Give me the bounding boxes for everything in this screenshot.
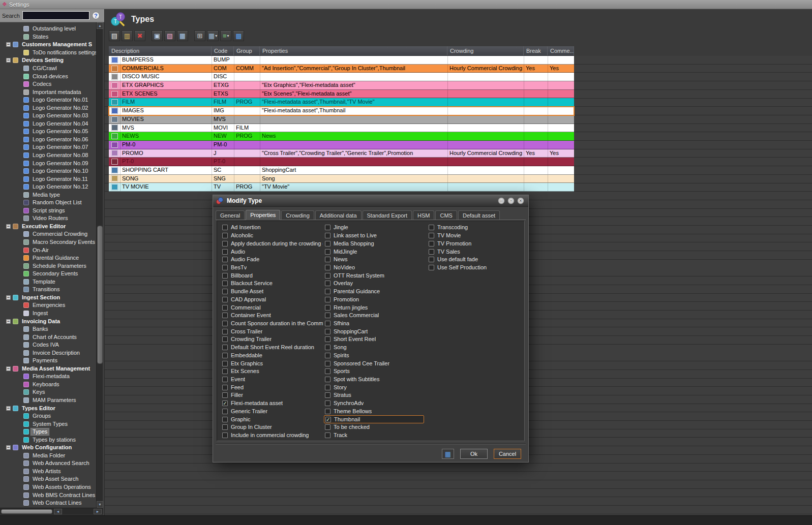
checkbox-story[interactable]: Story — [324, 383, 426, 391]
sidebar-item-logo-generator-no-02[interactable]: Logo Generator No.02 — [0, 104, 96, 112]
checkbox-icon[interactable] — [222, 281, 228, 286]
checkbox-icon[interactable] — [222, 385, 228, 390]
checkbox-icon[interactable] — [325, 433, 330, 438]
checkbox-apply-deduction-during-the-crowding-ca[interactable]: Apply deduction during the crowding ca — [221, 239, 323, 248]
checkbox-generic-trailer[interactable]: Generic Trailer — [221, 408, 323, 416]
sidebar-item-executive-editor[interactable]: −Executive Editor — [0, 223, 96, 231]
checkbox-spirits[interactable]: Spirits — [324, 352, 426, 360]
checkbox-icon[interactable] — [325, 400, 330, 406]
sidebar-item-ingest-section[interactable]: −Ingest Section — [0, 294, 96, 302]
sidebar-item-devices-setting[interactable]: −Devices Setting — [0, 56, 96, 65]
tab-cms[interactable]: CMS — [435, 210, 457, 220]
checkbox-icon[interactable] — [325, 313, 330, 318]
checkbox-overlay[interactable]: Overlay — [324, 280, 426, 288]
checkbox-icon[interactable] — [325, 233, 330, 238]
sidebar-item-web-advanced-search[interactable]: Web Advanced Search — [0, 459, 96, 468]
table-row-promo[interactable]: PROMOJ"Cross Trailer","Crowding Trailer"… — [109, 149, 574, 158]
sidebar-item-media-folder[interactable]: Media Folder — [0, 452, 96, 460]
checkbox-alcoholic[interactable]: Alcoholic — [221, 232, 323, 240]
sidebar-item-media-asset-management[interactable]: −Media Asset Management — [0, 365, 96, 373]
sidebar-item-keyboards[interactable]: Keyboards — [0, 381, 96, 389]
collapse-icon[interactable]: − — [6, 224, 11, 229]
checkbox-icon[interactable] — [222, 257, 228, 262]
sidebar-item-script-strings[interactable]: Script strings — [0, 207, 96, 215]
table-row-movies[interactable]: MOVIESMVS — [109, 115, 574, 124]
checkbox-icon[interactable] — [325, 265, 330, 270]
checkbox-icon[interactable] — [222, 392, 228, 398]
checkbox-icon[interactable] — [325, 273, 330, 279]
checkbox-icon[interactable] — [325, 289, 330, 294]
checkbox-spot-with-subtitles[interactable]: Spot with Subtitles — [324, 376, 426, 384]
checkbox-icon[interactable] — [222, 368, 228, 374]
column-header-code[interactable]: Code — [212, 46, 234, 55]
tab-additional-data[interactable]: Additional data — [315, 210, 362, 220]
sidebar-item-logo-generator-no-09[interactable]: Logo Generator No.09 — [0, 159, 96, 167]
checkbox-filler[interactable]: Filler — [221, 391, 323, 399]
checkbox-include-in-commercial-crowding[interactable]: Include in commercial crowding — [221, 431, 323, 440]
scroll-down-icon[interactable]: ▼ — [97, 501, 103, 508]
sidebar-item-schedule-parameters[interactable]: Schedule Parameters — [0, 262, 96, 270]
duplicate-type-button[interactable]: ▦ — [177, 30, 188, 41]
checkbox-icon[interactable] — [222, 353, 228, 358]
checkbox-event[interactable]: Event — [221, 376, 323, 384]
table-row-disco-music[interactable]: DISCO MUSICDISC — [109, 73, 574, 81]
table-row-shopping-cart[interactable]: SHOPPING CARTSCShoppingCart — [109, 166, 574, 175]
checkbox-icon[interactable] — [325, 241, 330, 246]
grid-settings-button[interactable]: ▩ — [233, 30, 244, 41]
checkbox-icon[interactable] — [222, 265, 228, 270]
column-header-crowding[interactable]: Crowding — [447, 46, 524, 55]
checkbox-count-sponsor-duration-in-the-commerc[interactable]: Count Sponsor duration in the Commerc — [221, 320, 323, 328]
checkbox-promotion[interactable]: Promotion — [324, 295, 426, 303]
checkbox-icon[interactable] — [222, 233, 228, 238]
checkbox-icon[interactable] — [325, 321, 330, 326]
checkbox-bundle-asset[interactable]: Bundle Asset — [221, 288, 323, 296]
checkbox-midjingle[interactable]: MidJingle — [324, 248, 426, 256]
checkbox-icon[interactable] — [222, 305, 228, 311]
checkbox-use-default-fade[interactable]: Use default fade — [428, 256, 525, 264]
horizontal-scroll-thumb[interactable] — [1, 509, 52, 514]
checkbox-theme-bellows[interactable]: Theme Bellows — [324, 408, 426, 416]
sidebar-item-web-configuration[interactable]: −Web Configuration — [0, 444, 96, 452]
checkbox-audio[interactable]: Audio — [221, 248, 323, 256]
checkbox-icon[interactable] — [222, 321, 228, 326]
dropdown-caret-icon[interactable]: ▾ — [227, 34, 229, 38]
sidebar-horizontal-scrollbar[interactable]: ◄ ► — [0, 508, 103, 515]
table-row-song[interactable]: SONGSNGSong — [109, 175, 574, 183]
sidebar-item-transitions[interactable]: Transitions — [0, 286, 96, 294]
checkbox-icon[interactable]: ✓ — [222, 400, 228, 406]
checkbox-track[interactable]: Track — [324, 431, 426, 440]
checkbox-icon[interactable] — [222, 417, 228, 422]
scroll-up-icon[interactable]: ▲ — [97, 22, 103, 29]
sidebar-item-logo-generator-no-01[interactable]: Logo Generator No.01 — [0, 96, 96, 104]
checkbox-icon[interactable] — [429, 233, 434, 238]
open-type-button[interactable]: ▥ — [122, 30, 133, 41]
checkbox-transcoding[interactable]: Transcoding — [428, 224, 525, 232]
calendar-view-button[interactable]: ⊞ — [194, 30, 205, 41]
checkbox-flexi-metadata-asset[interactable]: ✓Flexi-metadata asset — [221, 399, 323, 408]
sidebar-item-secondary-events[interactable]: Secondary Events — [0, 270, 96, 278]
checkbox-synchroadv[interactable]: SynchroAdv — [324, 399, 426, 408]
checkbox-tv-promotion[interactable]: TV Promotion — [428, 239, 525, 248]
checkbox-icon[interactable] — [325, 353, 330, 358]
checkbox-icon[interactable] — [325, 385, 330, 390]
checkbox-icon[interactable] — [222, 297, 228, 302]
checkbox-icon[interactable] — [429, 241, 434, 246]
delete-type-button[interactable]: ✖ — [134, 30, 145, 41]
sidebar-item-commercial-crowding[interactable]: Commercial Crowding — [0, 230, 96, 238]
vertical-scroll-thumb[interactable] — [97, 226, 103, 364]
checkbox-icon[interactable] — [325, 329, 330, 334]
collapse-icon[interactable]: − — [6, 42, 11, 47]
grid-export-button[interactable]: ▦ — [442, 449, 454, 459]
checkbox-commercial[interactable]: Commercial — [221, 303, 323, 312]
checkbox-icon[interactable] — [325, 281, 330, 286]
sidebar-item-types[interactable]: Types — [0, 428, 96, 436]
table-row-etx-scenes[interactable]: ETX SCENESETXS"Etx Scenes","Flexi-metada… — [109, 90, 574, 99]
collapse-icon[interactable]: − — [6, 366, 11, 371]
sidebar-item-codes-iva[interactable]: Codes IVA — [0, 341, 96, 349]
sidebar-item-logo-generator-no-05[interactable]: Logo Generator No.05 — [0, 128, 96, 136]
sidebar-item-media-type[interactable]: Media type — [0, 191, 96, 199]
ok-button[interactable]: Ok — [460, 449, 488, 459]
checkbox-icon[interactable] — [222, 433, 228, 438]
checkbox-sales-commercial[interactable]: Sales Commercial — [324, 312, 426, 320]
checkbox-icon[interactable] — [222, 313, 228, 318]
